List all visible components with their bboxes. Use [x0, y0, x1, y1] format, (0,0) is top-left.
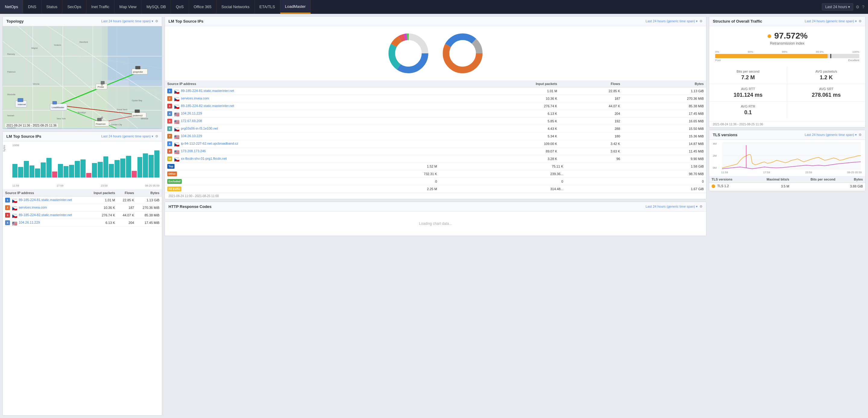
row-num: 4 [167, 111, 172, 116]
row-num: 3 [5, 213, 10, 218]
row-num: 1 [5, 198, 10, 202]
summary-row: Excluded 0 0 0 [165, 178, 706, 185]
row-num: 5 [167, 119, 172, 124]
tls-versions-time[interactable]: Last 24 hours (generic time span) ▾ [805, 133, 857, 137]
cell-ip: 3 🇨🇿 89-185-224-82.static.masterinter.ne… [165, 102, 458, 110]
ip-text[interactable]: 89-185-224-81.static.masterinter.net [19, 198, 72, 202]
chart-y-label: bytes [3, 145, 6, 152]
source-ips-bottom-time[interactable]: Last 24 hours (generic time span) ▾ [101, 134, 153, 138]
nav-map-view[interactable]: Map View [115, 0, 142, 13]
bar [132, 171, 137, 178]
bar [52, 171, 57, 178]
nav-social-networks[interactable]: Social Networks [217, 0, 255, 13]
bar [115, 160, 120, 178]
ip-text[interactable]: 104.26.11.229 [19, 221, 40, 224]
cell-packets: 4.43 K [458, 125, 560, 133]
summary-bytes: 98.70 MiB [566, 170, 706, 178]
nav-mysql-db[interactable]: MySQL DB [142, 0, 171, 13]
bar [30, 165, 35, 178]
time-selector[interactable]: Last 24 hours ▾ [822, 3, 853, 10]
nav-eta-tls[interactable]: ETA/TLS [255, 0, 280, 13]
ip-text[interactable]: services.invea.com [181, 96, 209, 100]
settings-icon[interactable]: ⚙ [856, 4, 860, 9]
source-ips-bottom-table: Source IP address Input packets Flows By… [3, 190, 162, 227]
x-label-1: 11:59 [12, 184, 19, 187]
summary-label: Top [165, 163, 311, 170]
ip-text[interactable]: ip-94-112-227-62.net.upcbroadband.cz [181, 142, 238, 145]
lm-top-source-mid-time[interactable]: Last 24 hours (generic time span) ▾ [646, 19, 698, 23]
lm-top-source-mid-gear[interactable]: ⚙ [700, 19, 703, 23]
stats-grid: Bits per second 7.2 M AVG packets/s 1.2 … [709, 64, 865, 121]
ip-text[interactable]: 89-185-224-82.static.masterinter.net [181, 104, 234, 107]
ip-text[interactable]: 173.208.173.246 [181, 149, 206, 153]
overall-traffic-gear[interactable]: ⚙ [859, 19, 862, 23]
table-row: 6 🇨🇿 prg03s06-in-f3.1e100.net 4.43 K 288… [165, 125, 706, 133]
bar [18, 167, 23, 178]
nav-netops[interactable]: NetOps [0, 0, 23, 13]
nav-dns[interactable]: DNS [23, 0, 41, 13]
topology-gear[interactable]: ⚙ [155, 19, 158, 23]
bar [58, 164, 63, 178]
cell-bytes: 17.45 MiB [623, 110, 706, 118]
topology-time[interactable]: Last 24 hours (generic time span) ▾ [101, 19, 153, 23]
svg-text:Garden City: Garden City [111, 124, 122, 126]
stat-empty [787, 102, 865, 119]
cell-packets: 10.36 K [458, 95, 560, 102]
ip-text[interactable]: 89-185-224-81.static.masterinter.net [181, 89, 234, 93]
ip-text[interactable]: xx-fbcdn-shv-01-prg1.fbcdn.net [181, 157, 227, 160]
flag-icon: 🇺🇸 [174, 150, 179, 153]
cell-ip: 5 🇺🇸 172.67.69.208 [165, 118, 458, 125]
retrans-label-90: 90% [748, 50, 753, 53]
nav-office365[interactable]: Office 365 [189, 0, 217, 13]
retrans-bar-area: 0% 90% 99% 99.9% 100% Poor Excellent [709, 48, 865, 64]
ip-text[interactable]: 172.67.69.208 [181, 119, 202, 123]
tls-col-max-bits: Maximal bits/s [749, 176, 792, 183]
stat-avg-packets-value: 1.2 K [793, 74, 859, 81]
cell-ip: 1 🇨🇿 89-185-224-81.static.masterinter.ne… [165, 87, 458, 95]
bar [126, 156, 131, 178]
flag-icon: 🇨🇿 [174, 157, 179, 161]
nav-inet-traffic[interactable]: Inet Traffic [87, 0, 115, 13]
cell-packets: 109.00 K [458, 140, 560, 148]
cell-flows: 192 [560, 118, 623, 125]
mid-col-bytes: Bytes [623, 81, 706, 87]
tls-x-3: 23:59 [805, 171, 812, 174]
tls-versions-controls: Last 24 hours (generic time span) ▾ ⚙ [805, 133, 862, 137]
ip-text[interactable]: services.invea.com [19, 205, 47, 209]
svg-point-83 [450, 40, 476, 67]
cell-bytes: 270.36 MiB [136, 204, 162, 212]
ip-text[interactable]: 104.26.11.229 [181, 111, 202, 115]
nav-secops[interactable]: SecOps [62, 0, 86, 13]
cell-packets: 276.74 K [458, 102, 560, 110]
retrans-footer-excellent: Excellent [848, 59, 859, 62]
svg-text:psdemo2: psdemo2 [133, 114, 143, 117]
ip-text[interactable]: 104.26.10.229 [181, 134, 202, 138]
overall-traffic-time[interactable]: Last 24 hours (generic time span) ▾ [805, 19, 857, 23]
row-num: 2 [5, 205, 10, 210]
nav-loadmaster[interactable]: LoadMaster [280, 0, 311, 13]
table-row: 7 🇺🇸 104.26.10.229 5.34 K 180 15.36 MiB [165, 133, 706, 140]
tls-versions-gear[interactable]: ⚙ [859, 133, 862, 137]
cell-packets: 6.13 K [458, 110, 560, 118]
ip-text[interactable]: prg03s06-in-f3.1e100.net [181, 127, 218, 130]
help-icon[interactable]: ? [862, 4, 864, 9]
http-response-time[interactable]: Last 24 hours (generic time span) ▾ [646, 205, 698, 208]
flag-icon: 🇨🇿 [174, 97, 179, 100]
ip-text[interactable]: 89-185-224-82.static.masterinter.net [19, 213, 72, 217]
cell-bytes: 16.65 MiB [623, 118, 706, 125]
svg-text:Stamford: Stamford [79, 41, 88, 43]
tls-x-4: 08-25 05:59 [847, 171, 862, 174]
table-row: 3 🇨🇿 89-185-224-82.static.masterinter.ne… [3, 212, 162, 219]
http-response-gear[interactable]: ⚙ [700, 205, 703, 208]
overall-traffic-timestamp: 2021-08-24 11:36 - 2021-08-25 11:36 [709, 121, 865, 127]
source-ips-bottom-gear[interactable]: ⚙ [155, 134, 158, 138]
nav-right: Last 24 hours ▾ ⚙ ? [818, 3, 868, 10]
row-num: 8 [167, 141, 172, 146]
bar [149, 155, 154, 178]
tls-chart-svg [721, 142, 862, 169]
row-num: 3 [167, 104, 172, 108]
bar [86, 173, 91, 178]
nav-qos[interactable]: QoS [171, 0, 189, 13]
nav-status[interactable]: Status [41, 0, 63, 13]
retrans-bar-footer: Poor Excellent [715, 59, 859, 62]
